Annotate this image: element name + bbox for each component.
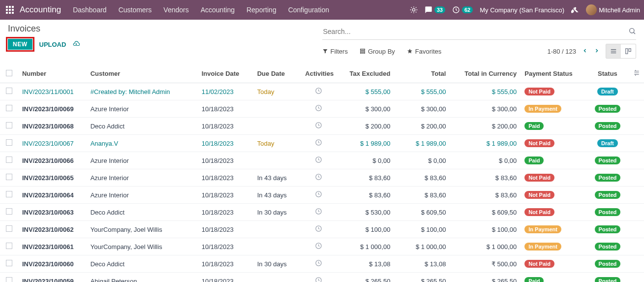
kanban-view-icon[interactable] bbox=[621, 44, 636, 58]
settings-icon[interactable] bbox=[571, 6, 579, 14]
row-checkbox[interactable] bbox=[6, 88, 12, 94]
search-icon[interactable] bbox=[628, 27, 636, 36]
table-row[interactable]: INV/2023/10/0060Deco Addict10/18/2023In … bbox=[0, 255, 644, 273]
debug-icon[interactable] bbox=[410, 6, 418, 14]
invoice-number[interactable]: INV/2023/10/0066 bbox=[22, 157, 74, 164]
col-total[interactable]: Total bbox=[394, 64, 450, 83]
row-checkbox[interactable] bbox=[6, 277, 12, 282]
table-row[interactable]: INV/2023/10/0067Ananya.V10/18/2023Today$… bbox=[0, 135, 644, 152]
upload-button[interactable]: UPLOAD bbox=[39, 41, 66, 48]
activity-icon[interactable] bbox=[315, 208, 322, 215]
activity-icon[interactable] bbox=[315, 139, 322, 146]
search-input[interactable] bbox=[322, 26, 629, 37]
svg-rect-12 bbox=[360, 49, 365, 50]
activity-icon[interactable] bbox=[315, 190, 322, 198]
activity-icon[interactable] bbox=[315, 277, 322, 282]
new-button[interactable]: NEW bbox=[8, 39, 32, 50]
nav-item-reporting[interactable]: Reporting bbox=[246, 6, 276, 14]
table-row[interactable]: INV/2023/10/0063Deco Addict10/18/2023In … bbox=[0, 204, 644, 221]
invoice-number[interactable]: INV/2023/10/0060 bbox=[22, 260, 74, 268]
row-checkbox[interactable] bbox=[6, 243, 12, 249]
table-row[interactable]: INV/2023/10/0059Abigail Peterson10/18/20… bbox=[0, 273, 644, 282]
activity-icon[interactable] bbox=[315, 122, 322, 129]
total-currency: $ 265,50 bbox=[492, 278, 517, 282]
invoice-number[interactable]: INV/2023/10/0068 bbox=[22, 123, 74, 130]
activity-icon[interactable] bbox=[315, 87, 322, 94]
filters-button[interactable]: Filters bbox=[322, 48, 348, 55]
col-tax-excluded[interactable]: Tax Excluded bbox=[336, 64, 394, 83]
activity-icon[interactable] bbox=[315, 259, 322, 267]
customer-name: #Created by: Mitchell Admin bbox=[91, 88, 170, 95]
nav-item-dashboard[interactable]: Dashboard bbox=[73, 6, 107, 14]
col-status[interactable]: Status bbox=[586, 64, 629, 83]
activity-icon[interactable] bbox=[315, 242, 322, 250]
activities-icon[interactable]: 62 bbox=[452, 6, 473, 14]
messaging-icon[interactable]: 33 bbox=[425, 6, 445, 14]
table-row[interactable]: INV/2023/11/0001#Created by: Mitchell Ad… bbox=[0, 83, 644, 100]
row-checkbox[interactable] bbox=[6, 139, 12, 146]
col-payment-status[interactable]: Payment Status bbox=[521, 64, 586, 83]
select-all-checkbox[interactable] bbox=[6, 70, 12, 76]
group-by-button[interactable]: Group By bbox=[360, 48, 395, 55]
row-checkbox[interactable] bbox=[6, 191, 12, 197]
user-menu[interactable]: Mitchell Admin bbox=[586, 4, 640, 15]
table-row[interactable]: INV/2023/10/0061YourCompany, Joel Willis… bbox=[0, 238, 644, 255]
activity-icon[interactable] bbox=[315, 156, 322, 163]
row-checkbox[interactable] bbox=[6, 225, 12, 232]
activity-icon[interactable] bbox=[315, 225, 322, 232]
pager-next-icon[interactable] bbox=[594, 47, 600, 56]
table-row[interactable]: INV/2023/10/0062YourCompany, Joel Willis… bbox=[0, 221, 644, 238]
table-row[interactable]: INV/2023/10/0069Azure Interior10/18/2023… bbox=[0, 100, 644, 118]
col-customer[interactable]: Customer bbox=[87, 64, 198, 83]
invoice-number[interactable]: INV/2023/10/0064 bbox=[22, 191, 74, 199]
optional-columns-icon[interactable] bbox=[633, 70, 640, 78]
table-row[interactable]: INV/2023/10/0065Azure Interior10/18/2023… bbox=[0, 169, 644, 187]
row-checkbox[interactable] bbox=[6, 122, 12, 128]
row-checkbox[interactable] bbox=[6, 157, 12, 163]
table-row[interactable]: INV/2023/10/0068Deco Addict10/18/2023$ 2… bbox=[0, 118, 644, 135]
cloud-download-icon[interactable] bbox=[73, 40, 80, 49]
invoice-number[interactable]: INV/2023/10/0062 bbox=[22, 226, 74, 233]
invoice-number[interactable]: INV/2023/10/0059 bbox=[22, 278, 74, 282]
apps-icon[interactable] bbox=[4, 4, 16, 16]
invoice-number[interactable]: INV/2023/10/0069 bbox=[22, 105, 74, 113]
pager-prev-icon[interactable] bbox=[582, 47, 588, 56]
search-toolbar: Filters Group By Favorites 1-80 / 123 bbox=[322, 44, 637, 59]
row-checkbox[interactable] bbox=[6, 174, 12, 180]
col-activities[interactable]: Activities bbox=[301, 64, 336, 83]
nav-item-accounting[interactable]: Accounting bbox=[201, 6, 235, 14]
total: $ 13,08 bbox=[425, 260, 446, 268]
app-brand[interactable]: Accounting bbox=[20, 5, 61, 15]
invoice-number[interactable]: INV/2023/10/0063 bbox=[22, 209, 74, 216]
customer-name: Deco Addict bbox=[91, 209, 124, 216]
invoice-number[interactable]: INV/2023/11/0001 bbox=[22, 88, 74, 95]
table-row[interactable]: INV/2023/10/0066Azure Interior10/18/2023… bbox=[0, 152, 644, 169]
total: $ 265,50 bbox=[421, 278, 446, 282]
filters-label: Filters bbox=[331, 48, 348, 55]
row-checkbox[interactable] bbox=[6, 105, 12, 111]
status-badge: Posted bbox=[595, 225, 621, 233]
list-view-icon[interactable] bbox=[606, 44, 621, 58]
nav-item-configuration[interactable]: Configuration bbox=[288, 6, 329, 14]
col-number[interactable]: Number bbox=[18, 64, 87, 83]
favorites-button[interactable]: Favorites bbox=[407, 48, 441, 55]
col-invoice-date[interactable]: Invoice Date bbox=[198, 64, 253, 83]
row-checkbox[interactable] bbox=[6, 260, 12, 266]
svg-rect-2 bbox=[12, 6, 14, 8]
invoice-number[interactable]: INV/2023/10/0065 bbox=[22, 174, 74, 182]
nav-item-customers[interactable]: Customers bbox=[119, 6, 152, 14]
pager-text[interactable]: 1-80 / 123 bbox=[547, 48, 576, 55]
avatar bbox=[586, 4, 597, 15]
invoice-number[interactable]: INV/2023/10/0067 bbox=[22, 140, 74, 147]
row-checkbox[interactable] bbox=[6, 208, 12, 215]
table-row[interactable]: INV/2023/10/0064Azure Interior10/18/2023… bbox=[0, 187, 644, 204]
activity-icon[interactable] bbox=[315, 104, 322, 112]
company-switcher[interactable]: My Company (San Francisco) bbox=[480, 6, 564, 14]
invoice-number[interactable]: INV/2023/10/0061 bbox=[22, 243, 74, 251]
col-total-currency[interactable]: Total in Currency bbox=[450, 64, 521, 83]
tax-excluded: $ 83,60 bbox=[369, 174, 390, 182]
favorites-label: Favorites bbox=[415, 48, 441, 55]
activity-icon[interactable] bbox=[315, 173, 322, 181]
nav-item-vendors[interactable]: Vendors bbox=[163, 6, 188, 14]
col-due-date[interactable]: Due Date bbox=[253, 64, 302, 83]
